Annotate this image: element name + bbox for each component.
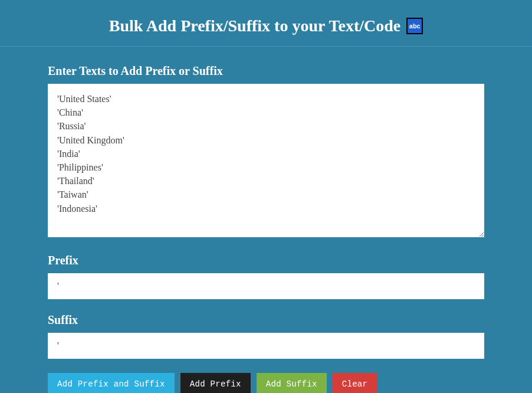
prefix-input[interactable] bbox=[48, 273, 484, 299]
page-title-text: Bulk Add Prefix/Suffix to your Text/Code bbox=[109, 17, 401, 35]
textarea-group: Enter Texts to Add Prefix or Suffix 'Uni… bbox=[48, 64, 484, 240]
abc-icon: abc bbox=[406, 18, 423, 34]
text-input[interactable]: 'United States' 'China' 'Russia' 'United… bbox=[48, 84, 484, 237]
page-title: Bulk Add Prefix/Suffix to your Text/Code… bbox=[109, 17, 423, 35]
suffix-group: Suffix bbox=[48, 313, 484, 359]
suffix-input[interactable] bbox=[48, 333, 484, 359]
prefix-group: Prefix bbox=[48, 254, 484, 299]
add-prefix-button[interactable]: Add Prefix bbox=[180, 373, 251, 393]
button-row: Add Prefix and Suffix Add Prefix Add Suf… bbox=[48, 373, 484, 393]
suffix-label: Suffix bbox=[48, 313, 484, 327]
add-prefix-suffix-button[interactable]: Add Prefix and Suffix bbox=[48, 373, 175, 393]
page-header: Bulk Add Prefix/Suffix to your Text/Code… bbox=[0, 0, 532, 47]
textarea-label: Enter Texts to Add Prefix or Suffix bbox=[48, 64, 484, 78]
clear-button[interactable]: Clear bbox=[333, 373, 377, 393]
add-suffix-button[interactable]: Add Suffix bbox=[257, 373, 327, 393]
prefix-label: Prefix bbox=[48, 254, 484, 267]
main-form: Enter Texts to Add Prefix or Suffix 'Uni… bbox=[48, 47, 484, 393]
